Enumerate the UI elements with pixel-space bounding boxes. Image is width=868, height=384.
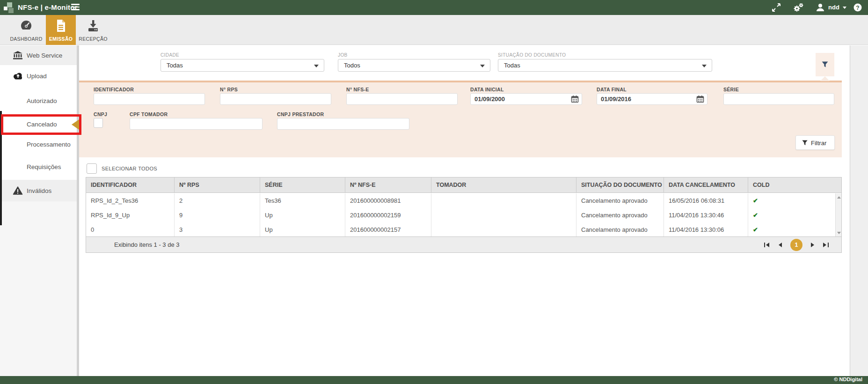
tab-emissao[interactable]: EMISSÃO	[46, 15, 76, 45]
cidade-label: CIDADE	[160, 52, 179, 58]
n-rps-label: N° RPS	[220, 87, 238, 92]
data-inicial-label: DATA INICIAL	[470, 87, 504, 92]
cnpj-checkbox[interactable]	[94, 118, 103, 128]
gears-settings-icon[interactable]	[793, 2, 803, 13]
table-row[interactable]: RPS_Id_9_Up 9 Up 201600000002159 Cancela…	[86, 208, 835, 222]
hamburger-menu-icon[interactable]	[71, 4, 80, 11]
svg-text:?: ?	[856, 5, 859, 11]
select-all-checkbox[interactable]	[87, 163, 97, 174]
cnpj-label: CNPJ	[94, 111, 107, 117]
n-nfse-input[interactable]	[346, 93, 458, 105]
sidebar-item-autorizado[interactable]: Autorizado	[0, 92, 77, 109]
copyright-text: © NDDigital	[834, 377, 862, 382]
prev-page-button[interactable]	[775, 239, 786, 251]
cell-serie: Up	[260, 222, 345, 237]
cell-nfse: 201600000002157	[345, 222, 431, 237]
table-scrollbar[interactable]	[835, 193, 841, 237]
cell-tomador	[431, 193, 576, 208]
sidebar-nav: Web Service Upload Autorizado Cancelado	[0, 45, 77, 376]
cell-identificador: RPS_Id_9_Up	[86, 208, 175, 222]
data-inicial-input[interactable]	[470, 93, 582, 105]
user-icon[interactable]	[815, 2, 825, 13]
cnpj-prestador-input[interactable]	[277, 118, 409, 130]
col-header-cold[interactable]: COLD	[748, 177, 835, 192]
cell-identificador: 0	[86, 222, 175, 237]
cpf-tomador-input[interactable]	[130, 118, 263, 130]
fullscreen-icon[interactable]	[771, 2, 781, 13]
filter-toggle-button[interactable]	[816, 53, 834, 76]
col-header-data-cancelamento[interactable]: DATA CANCELAMENTO	[664, 177, 748, 192]
sidebar-item-invalidos[interactable]: Inválidos	[0, 180, 77, 201]
sidebar-item-label: Inválidos	[27, 187, 51, 194]
table-row[interactable]: RPS_Id_2_Tes36 2 Tes36 201600000008981 C…	[86, 193, 835, 208]
situacao-value: Todas	[504, 62, 520, 69]
sidebar-subitem-label: Processamento	[27, 141, 71, 148]
sidebar-item-upload[interactable]: Upload	[0, 65, 77, 87]
serie-input[interactable]	[723, 93, 834, 105]
sidebar-item-label: Web Service	[27, 52, 62, 59]
col-header-serie[interactable]: SÉRIE	[260, 177, 345, 192]
results-table: IDENTIFICADOR Nº RPS SÉRIE Nº NFS-E TOMA…	[86, 177, 842, 253]
table-header-row: IDENTIFICADOR Nº RPS SÉRIE Nº NFS-E TOMA…	[86, 177, 841, 193]
cell-tomador	[431, 222, 576, 237]
filtrar-button[interactable]: Filtrar	[795, 135, 835, 150]
bottom-bar: © NDDigital	[0, 376, 868, 384]
scroll-down-icon[interactable]	[837, 232, 841, 234]
sidebar-item-cancelado[interactable]: Cancelado	[0, 114, 77, 134]
calendar-icon[interactable]	[696, 95, 704, 103]
situacao-select[interactable]: Todas	[498, 59, 712, 72]
col-header-rps[interactable]: Nº RPS	[175, 177, 260, 192]
data-final-input[interactable]	[597, 93, 708, 105]
last-page-button[interactable]	[820, 239, 830, 251]
data-final-label: DATA FINAL	[597, 87, 627, 92]
sidebar-item-web-service[interactable]: Web Service	[0, 45, 77, 65]
current-page-badge[interactable]: 1	[790, 239, 802, 251]
cell-situacao: Cancelamento aprovado	[576, 193, 664, 208]
filtrar-button-label: Filtrar	[811, 140, 826, 147]
cell-nfse: 201600000008981	[345, 193, 431, 208]
bank-icon	[13, 51, 23, 60]
chevron-down-icon[interactable]	[843, 7, 846, 9]
n-rps-input[interactable]	[220, 93, 331, 105]
cell-serie: Tes36	[260, 193, 345, 208]
col-header-tomador[interactable]: TOMADOR	[431, 177, 576, 192]
col-header-situacao[interactable]: SITUAÇÃO DO DOCUMENTO	[576, 177, 664, 192]
table-footer: Exibindo itens 1 - 3 de 3 1	[86, 236, 841, 252]
module-toolbar: DASHBOARD EMISSÃO RECEPÇÃO	[0, 15, 868, 45]
n-nfse-label: N° NFS-E	[346, 87, 369, 92]
tab-dashboard[interactable]: DASHBOARD	[7, 15, 46, 45]
identificador-input[interactable]	[94, 93, 205, 105]
calendar-icon[interactable]	[571, 95, 579, 103]
cold-check-icon: ✔	[753, 212, 758, 219]
page-scrollbar-track[interactable]	[850, 45, 868, 376]
situacao-label: SITUAÇÃO DO DOCUMENTO	[498, 52, 566, 58]
cell-nfse: 201600000002159	[345, 208, 431, 222]
select-all-label: SELECIONAR TODOS	[102, 166, 157, 171]
job-select[interactable]: Todos	[338, 59, 490, 72]
job-label: JOB	[338, 52, 348, 58]
tab-recepcao-label: RECEPÇÃO	[76, 36, 110, 42]
sidebar-scrollbar-thumb[interactable]	[0, 111, 2, 225]
help-icon[interactable]: ?	[853, 2, 863, 13]
cell-rps: 3	[175, 222, 260, 237]
download-tray-icon	[86, 19, 100, 33]
table-row[interactable]: 0 3 Up 201600000002157 Cancelamento apro…	[86, 222, 835, 237]
col-header-nfse[interactable]: Nº NFS-E	[345, 177, 431, 192]
cell-serie: Up	[260, 208, 345, 222]
next-page-button[interactable]	[808, 239, 818, 251]
cidade-value: Todas	[167, 62, 183, 69]
user-menu[interactable]: ndd	[828, 4, 839, 11]
identificador-label: IDENTIFICADOR	[94, 87, 134, 92]
sidebar-item-label: Upload	[27, 73, 47, 80]
tab-recepcao[interactable]: RECEPÇÃO	[76, 15, 110, 45]
sidebar-upload-section: Upload Autorizado Cancelado Processament…	[0, 65, 77, 180]
sidebar-item-requisicoes[interactable]: Requisições	[0, 158, 77, 175]
scroll-up-icon[interactable]	[837, 196, 841, 199]
cell-rps: 2	[175, 193, 260, 208]
ndd-logo-icon	[4, 1, 16, 14]
sidebar-item-processamento[interactable]: Processamento	[0, 136, 77, 153]
first-page-button[interactable]	[763, 239, 773, 251]
col-header-identificador[interactable]: IDENTIFICADOR	[86, 177, 175, 192]
cidade-select[interactable]: Todas	[160, 59, 324, 72]
tab-emissao-label: EMISSÃO	[46, 36, 76, 42]
